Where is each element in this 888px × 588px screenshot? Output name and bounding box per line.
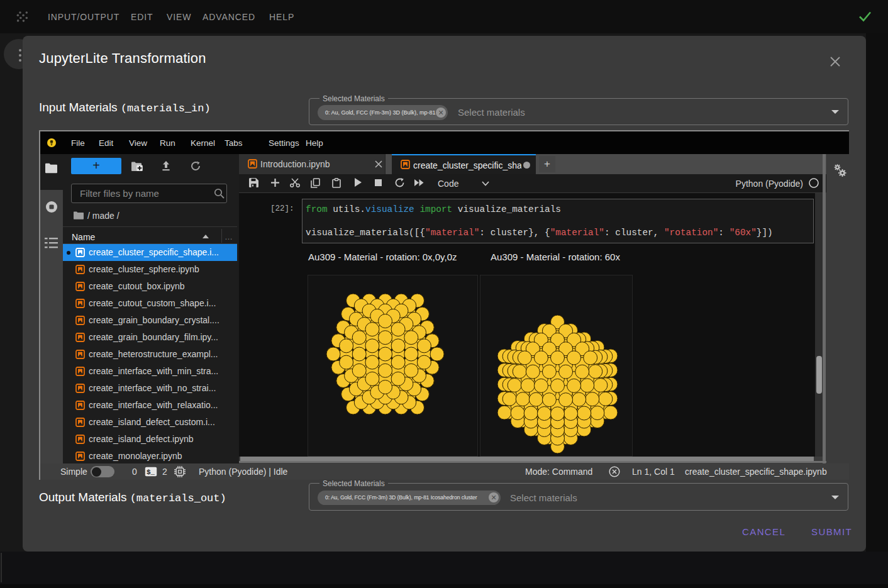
svg-text:$_: $_ [147, 469, 155, 476]
